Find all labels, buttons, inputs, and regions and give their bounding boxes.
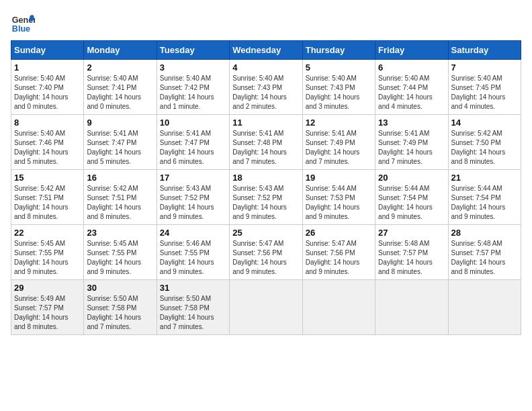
day-cell-18: 18Sunrise: 5:43 AM Sunset: 7:52 PM Dayli… (230, 170, 302, 225)
calendar-week-row: 15Sunrise: 5:42 AM Sunset: 7:51 PM Dayli… (11, 170, 521, 225)
day-cell-23: 23Sunrise: 5:45 AM Sunset: 7:55 PM Dayli… (84, 225, 157, 280)
day-cell-21: 21Sunrise: 5:44 AM Sunset: 7:54 PM Dayli… (448, 170, 521, 225)
day-number: 15 (14, 173, 81, 183)
day-number: 28 (451, 228, 518, 238)
empty-day-cell (375, 280, 448, 335)
day-cell-29: 29Sunrise: 5:49 AM Sunset: 7:57 PM Dayli… (11, 280, 84, 335)
weekday-header-monday: Monday (84, 41, 157, 60)
day-number: 9 (87, 118, 153, 128)
day-cell-6: 6Sunrise: 5:40 AM Sunset: 7:44 PM Daylig… (375, 60, 448, 115)
day-cell-9: 9Sunrise: 5:41 AM Sunset: 7:47 PM Daylig… (84, 115, 157, 170)
day-cell-10: 10Sunrise: 5:41 AM Sunset: 7:47 PM Dayli… (157, 115, 229, 170)
empty-day-cell (448, 280, 521, 335)
day-number: 30 (87, 283, 153, 293)
calendar-week-row: 8Sunrise: 5:40 AM Sunset: 7:46 PM Daylig… (11, 115, 521, 170)
calendar-table: SundayMondayTuesdayWednesdayThursdayFrid… (11, 40, 521, 335)
day-cell-1: 1Sunrise: 5:40 AM Sunset: 7:40 PM Daylig… (11, 60, 84, 115)
logo-icon: General Blue (11, 11, 35, 35)
day-number: 6 (378, 62, 445, 73)
empty-day-cell (302, 280, 375, 335)
day-number: 20 (378, 173, 445, 183)
day-number: 13 (378, 118, 445, 128)
day-number: 22 (14, 228, 81, 238)
day-info: Sunrise: 5:40 AM Sunset: 7:43 PM Dayligh… (232, 74, 299, 111)
day-number: 8 (14, 118, 81, 128)
day-info: Sunrise: 5:45 AM Sunset: 7:55 PM Dayligh… (87, 239, 153, 277)
day-cell-25: 25Sunrise: 5:47 AM Sunset: 7:56 PM Dayli… (230, 225, 302, 280)
day-info: Sunrise: 5:50 AM Sunset: 7:58 PM Dayligh… (160, 294, 226, 332)
day-cell-28: 28Sunrise: 5:48 AM Sunset: 7:57 PM Dayli… (448, 225, 521, 280)
day-number: 19 (306, 173, 372, 183)
day-cell-8: 8Sunrise: 5:40 AM Sunset: 7:46 PM Daylig… (11, 115, 84, 170)
day-cell-3: 3Sunrise: 5:40 AM Sunset: 7:42 PM Daylig… (157, 60, 229, 115)
day-info: Sunrise: 5:40 AM Sunset: 7:44 PM Dayligh… (378, 74, 445, 111)
day-cell-2: 2Sunrise: 5:40 AM Sunset: 7:41 PM Daylig… (84, 60, 157, 115)
day-number: 2 (87, 62, 153, 73)
day-cell-22: 22Sunrise: 5:45 AM Sunset: 7:55 PM Dayli… (11, 225, 84, 280)
day-number: 17 (160, 173, 226, 183)
day-number: 26 (306, 228, 372, 238)
day-cell-16: 16Sunrise: 5:42 AM Sunset: 7:51 PM Dayli… (84, 170, 157, 225)
day-info: Sunrise: 5:42 AM Sunset: 7:50 PM Dayligh… (451, 129, 518, 167)
day-cell-20: 20Sunrise: 5:44 AM Sunset: 7:54 PM Dayli… (375, 170, 448, 225)
day-info: Sunrise: 5:41 AM Sunset: 7:48 PM Dayligh… (232, 129, 299, 167)
empty-day-cell (230, 280, 302, 335)
day-cell-30: 30Sunrise: 5:50 AM Sunset: 7:58 PM Dayli… (84, 280, 157, 335)
day-info: Sunrise: 5:44 AM Sunset: 7:54 PM Dayligh… (451, 184, 518, 222)
weekday-header-tuesday: Tuesday (157, 41, 229, 60)
day-number: 29 (14, 283, 81, 293)
day-number: 4 (232, 62, 299, 73)
day-number: 21 (451, 173, 518, 183)
day-cell-12: 12Sunrise: 5:41 AM Sunset: 7:49 PM Dayli… (302, 115, 375, 170)
day-number: 5 (306, 62, 372, 73)
day-info: Sunrise: 5:40 AM Sunset: 7:45 PM Dayligh… (451, 74, 518, 111)
day-number: 11 (232, 118, 299, 128)
day-cell-17: 17Sunrise: 5:43 AM Sunset: 7:52 PM Dayli… (157, 170, 229, 225)
day-cell-5: 5Sunrise: 5:40 AM Sunset: 7:43 PM Daylig… (302, 60, 375, 115)
day-number: 3 (160, 62, 226, 73)
day-info: Sunrise: 5:41 AM Sunset: 7:47 PM Dayligh… (87, 129, 153, 167)
day-info: Sunrise: 5:40 AM Sunset: 7:42 PM Dayligh… (160, 74, 226, 111)
day-info: Sunrise: 5:43 AM Sunset: 7:52 PM Dayligh… (232, 184, 299, 222)
day-number: 25 (232, 228, 299, 238)
day-cell-27: 27Sunrise: 5:48 AM Sunset: 7:57 PM Dayli… (375, 225, 448, 280)
day-number: 1 (14, 62, 81, 73)
day-cell-14: 14Sunrise: 5:42 AM Sunset: 7:50 PM Dayli… (448, 115, 521, 170)
svg-text:Blue: Blue (12, 24, 30, 34)
day-info: Sunrise: 5:49 AM Sunset: 7:57 PM Dayligh… (14, 294, 81, 332)
day-cell-31: 31Sunrise: 5:50 AM Sunset: 7:58 PM Dayli… (157, 280, 229, 335)
weekday-header-wednesday: Wednesday (230, 41, 302, 60)
calendar-week-row: 29Sunrise: 5:49 AM Sunset: 7:57 PM Dayli… (11, 280, 521, 335)
day-info: Sunrise: 5:46 AM Sunset: 7:55 PM Dayligh… (160, 239, 226, 277)
day-info: Sunrise: 5:40 AM Sunset: 7:46 PM Dayligh… (14, 129, 81, 167)
day-number: 10 (160, 118, 226, 128)
day-info: Sunrise: 5:44 AM Sunset: 7:54 PM Dayligh… (378, 184, 445, 222)
day-info: Sunrise: 5:41 AM Sunset: 7:47 PM Dayligh… (160, 129, 226, 167)
day-number: 14 (451, 118, 518, 128)
day-cell-4: 4Sunrise: 5:40 AM Sunset: 7:43 PM Daylig… (230, 60, 302, 115)
day-number: 16 (87, 173, 153, 183)
day-cell-19: 19Sunrise: 5:44 AM Sunset: 7:53 PM Dayli… (302, 170, 375, 225)
day-info: Sunrise: 5:42 AM Sunset: 7:51 PM Dayligh… (87, 184, 153, 222)
day-cell-15: 15Sunrise: 5:42 AM Sunset: 7:51 PM Dayli… (11, 170, 84, 225)
day-info: Sunrise: 5:40 AM Sunset: 7:43 PM Dayligh… (306, 74, 372, 111)
calendar-body: 1Sunrise: 5:40 AM Sunset: 7:40 PM Daylig… (11, 60, 521, 335)
day-number: 7 (451, 62, 518, 73)
day-info: Sunrise: 5:47 AM Sunset: 7:56 PM Dayligh… (232, 239, 299, 277)
day-cell-24: 24Sunrise: 5:46 AM Sunset: 7:55 PM Dayli… (157, 225, 229, 280)
day-number: 12 (306, 118, 372, 128)
weekday-header-saturday: Saturday (448, 41, 521, 60)
day-cell-26: 26Sunrise: 5:47 AM Sunset: 7:56 PM Dayli… (302, 225, 375, 280)
weekday-header-row: SundayMondayTuesdayWednesdayThursdayFrid… (11, 41, 521, 60)
day-cell-11: 11Sunrise: 5:41 AM Sunset: 7:48 PM Dayli… (230, 115, 302, 170)
day-info: Sunrise: 5:43 AM Sunset: 7:52 PM Dayligh… (160, 184, 226, 222)
day-info: Sunrise: 5:42 AM Sunset: 7:51 PM Dayligh… (14, 184, 81, 222)
day-number: 23 (87, 228, 153, 238)
day-info: Sunrise: 5:44 AM Sunset: 7:53 PM Dayligh… (306, 184, 372, 222)
page-header: General Blue (11, 11, 521, 35)
day-info: Sunrise: 5:48 AM Sunset: 7:57 PM Dayligh… (451, 239, 518, 277)
day-number: 31 (160, 283, 226, 293)
day-number: 27 (378, 228, 445, 238)
day-cell-7: 7Sunrise: 5:40 AM Sunset: 7:45 PM Daylig… (448, 60, 521, 115)
day-info: Sunrise: 5:41 AM Sunset: 7:49 PM Dayligh… (306, 129, 372, 167)
